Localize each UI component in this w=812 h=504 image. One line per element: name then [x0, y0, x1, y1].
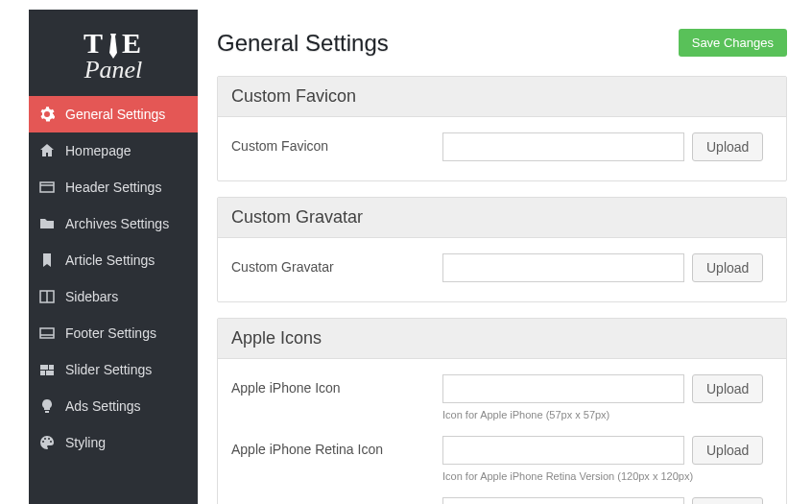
sidebar-item-ads-settings[interactable]: Ads Settings [29, 388, 198, 424]
field-label: Apple iPhone Retina Icon [231, 436, 442, 457]
palette-icon [38, 434, 56, 451]
upload-button[interactable]: Upload [692, 374, 763, 403]
sidebar-item-article-settings[interactable]: Article Settings [29, 242, 198, 278]
layout-bottom-icon [38, 324, 56, 342]
section-custom-gravatar: Custom Gravatar Custom Gravatar Upload [217, 197, 787, 302]
layout-row-icon [38, 179, 56, 196]
svg-rect-2 [40, 182, 54, 192]
sidebar-item-label: Sidebars [65, 289, 118, 304]
main-content: General Settings Save Changes Custom Fav… [198, 10, 806, 504]
field-label: Custom Favicon [231, 132, 442, 154]
brand-letter: E [122, 27, 143, 60]
upload-button[interactable]: Upload [692, 132, 763, 161]
brand-subtitle: Panel [29, 56, 198, 84]
svg-marker-0 [110, 34, 116, 36]
favicon-input[interactable] [442, 132, 684, 161]
gear-icon [38, 106, 56, 123]
field-row: Apple iPhone Retina IconUploadIcon for A… [231, 430, 773, 492]
sidebar-item-slider-settings[interactable]: Slider Settings [29, 351, 198, 388]
helper-text: Icon for Apple iPhone (57px x 57px) [442, 409, 773, 420]
gravatar-input[interactable] [442, 253, 684, 282]
slider-icon [38, 361, 56, 378]
sidebar-item-label: Slider Settings [65, 362, 152, 377]
page-header: General Settings Save Changes [217, 29, 787, 57]
sidebar-item-label: Header Settings [65, 180, 161, 195]
apple-icon-input[interactable] [442, 374, 684, 403]
sidebar-item-archives-settings[interactable]: Archives Settings [29, 205, 198, 242]
apple-icon-input[interactable] [442, 497, 684, 504]
svg-rect-8 [40, 365, 48, 370]
sidebar-item-label: Styling [65, 435, 106, 450]
page-title: General Settings [217, 30, 389, 57]
field-row: Apple iPhone IconUploadIcon for Apple iP… [231, 369, 773, 430]
brand-letter: T [84, 27, 105, 60]
sidebar-item-homepage[interactable]: Homepage [29, 132, 198, 169]
section-title: Apple Icons [218, 319, 786, 359]
sidebar-item-label: General Settings [65, 107, 165, 122]
svg-rect-6 [40, 328, 54, 338]
sidebar-item-header-settings[interactable]: Header Settings [29, 169, 198, 205]
sidebar-item-label: Ads Settings [65, 398, 141, 414]
sidebar-item-footer-settings[interactable]: Footer Settings [29, 315, 198, 351]
svg-rect-11 [46, 371, 54, 375]
sidebar-item-label: Article Settings [65, 252, 155, 268]
sidebar-item-general-settings[interactable]: General Settings [29, 96, 198, 132]
tie-icon [107, 33, 120, 58]
brand-logo: T E Panel [29, 10, 198, 96]
sidebar-item-label: Archives Settings [65, 216, 169, 231]
sidebar-item-label: Homepage [65, 143, 131, 158]
field-label: Apple iPad Icon [231, 497, 442, 504]
sidebar-nav: General SettingsHomepageHeader SettingsA… [29, 96, 198, 461]
svg-marker-1 [109, 36, 117, 59]
field-label: Custom Gravatar [231, 253, 442, 275]
field-row: Apple iPad IconUploadIcon for Apple iPho… [231, 492, 773, 504]
section-title: Custom Gravatar [218, 198, 786, 238]
svg-rect-10 [40, 371, 45, 375]
columns-icon [38, 288, 56, 305]
field-row: Custom Gravatar Upload [231, 248, 773, 292]
sidebar-item-sidebars[interactable]: Sidebars [29, 278, 198, 315]
sidebar-item-label: Footer Settings [65, 325, 156, 341]
upload-button[interactable]: Upload [692, 253, 763, 282]
sidebar: T E Panel General SettingsHomepageHeader… [29, 10, 198, 504]
home-icon [38, 142, 56, 159]
helper-text: Icon for Apple iPhone Retina Version (12… [442, 470, 773, 482]
upload-button[interactable]: Upload [692, 436, 763, 465]
upload-button[interactable]: Upload [692, 497, 763, 504]
svg-rect-9 [49, 365, 54, 370]
section-custom-favicon: Custom Favicon Custom Favicon Upload [217, 76, 787, 181]
section-apple-icons: Apple Icons Apple iPhone IconUploadIcon … [217, 318, 787, 504]
field-label: Apple iPhone Icon [231, 374, 442, 396]
lightbulb-icon [38, 397, 56, 415]
section-title: Custom Favicon [218, 77, 786, 117]
field-row: Custom Favicon Upload [231, 127, 773, 171]
apple-icon-input[interactable] [442, 436, 684, 465]
bookmark-icon [38, 252, 56, 269]
folder-icon [38, 215, 56, 232]
sidebar-item-styling[interactable]: Styling [29, 424, 198, 461]
save-changes-button[interactable]: Save Changes [679, 29, 787, 57]
